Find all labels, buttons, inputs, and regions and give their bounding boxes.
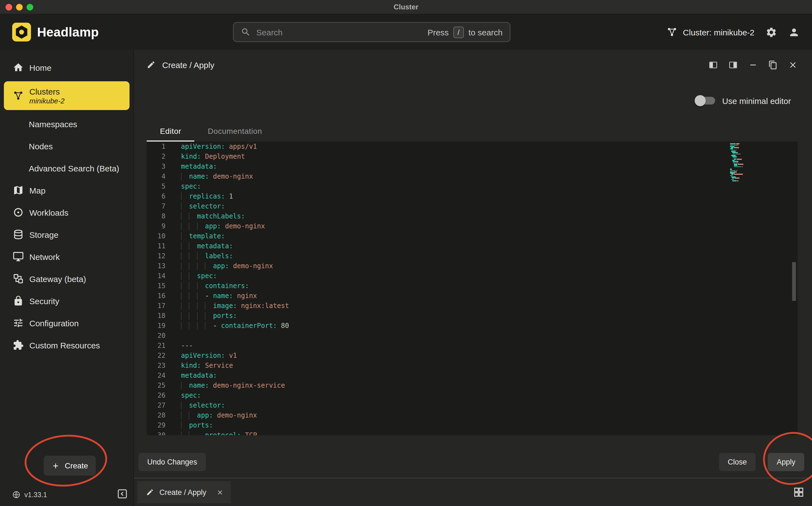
storage-icon <box>13 229 24 240</box>
close-button[interactable]: Close <box>719 453 755 471</box>
app-header: Headlamp Search Press / to search Cluste… <box>0 14 812 50</box>
line-number: 17 <box>147 301 165 311</box>
sidebar-item-storage[interactable]: Storage <box>0 224 133 246</box>
tab-documentation-label: Documentation <box>208 126 262 136</box>
search-input[interactable]: Search Press / to search <box>233 22 510 42</box>
code-line: 16 - name: nginx <box>147 291 798 301</box>
code-line: 21--- <box>147 341 798 351</box>
traffic-light-minimize[interactable] <box>16 4 23 10</box>
code-line: 29 ports: <box>147 420 798 430</box>
sidebar-nav: HomeClustersminikube-2NamespacesNodesAdv… <box>0 50 133 356</box>
sidebar-item-namespaces[interactable]: Namespaces <box>0 113 133 135</box>
sidebar-collapse-icon[interactable] <box>116 488 128 500</box>
minimal-editor-toggle[interactable] <box>696 97 715 104</box>
minimize-icon[interactable] <box>748 60 758 69</box>
line-number: 7 <box>147 201 165 211</box>
code-lines: 1apiVersion: apps/v12kind: Deployment3me… <box>147 142 798 435</box>
main-panel: Create / Apply Use minimal editor Editor… <box>134 50 812 506</box>
bottom-tab-bar: Create / Apply <box>134 478 812 506</box>
code-line: 25 name: demo-nginx-service <box>147 381 798 391</box>
duplicate-window-icon[interactable] <box>768 60 778 69</box>
cluster-chooser-button[interactable]: Cluster: minikube-2 <box>666 26 754 37</box>
line-number: 16 <box>147 291 165 301</box>
sidebar-item-label: Security <box>29 296 59 306</box>
code-line: 17 image: nginx:latest <box>147 301 798 311</box>
grid-view-icon[interactable] <box>793 486 805 498</box>
edit-pencil-icon <box>147 60 155 69</box>
map-icon <box>13 185 24 196</box>
sidebar-item-label: Workloads <box>29 207 68 217</box>
sidebar-item-label: Advanced Search (Beta) <box>29 163 119 173</box>
sidebar-item-label: Storage <box>29 230 58 239</box>
code-line: 10 template: <box>147 231 798 241</box>
sidebar-item-map[interactable]: Map <box>0 179 133 201</box>
code-line: 20 <box>147 331 798 341</box>
code-line: 12 labels: <box>147 251 798 261</box>
edit-pencil-icon <box>146 488 154 496</box>
line-number: 8 <box>147 211 165 221</box>
panel-title-text: Create / Apply <box>162 60 214 69</box>
sidebar-item-network[interactable]: Network <box>0 246 133 268</box>
apply-button[interactable]: Apply <box>768 453 804 471</box>
settings-gear-icon[interactable] <box>765 26 777 38</box>
sidebar-item-label: Namespaces <box>29 119 77 129</box>
sidebar-item-advanced-search-beta[interactable]: Advanced Search (Beta) <box>0 157 133 179</box>
sidebar-item-label: Network <box>29 252 60 261</box>
undo-changes-button[interactable]: Undo Changes <box>138 453 206 471</box>
traffic-light-close[interactable] <box>6 4 12 10</box>
user-account-icon[interactable] <box>788 26 800 38</box>
code-line: 28 app: demo-nginx <box>147 410 798 420</box>
split-view-left-icon[interactable] <box>708 60 718 69</box>
cluster-icon <box>666 26 677 37</box>
dialog-actions: Undo Changes Close Apply <box>138 453 804 471</box>
globe-icon <box>12 491 20 499</box>
create-button[interactable]: Create <box>44 456 96 476</box>
sidebar-item-clusters[interactable]: Clustersminikube-2 <box>4 81 130 110</box>
traffic-light-zoom[interactable] <box>26 4 33 10</box>
network-icon <box>13 251 24 262</box>
sidebar-item-custom-resources[interactable]: Custom Resources <box>0 334 133 356</box>
traffic-lights <box>6 0 33 14</box>
sidebar-item-nodes[interactable]: Nodes <box>0 135 133 157</box>
code-line: 27 selector: <box>147 400 798 410</box>
code-line: 18 ports: <box>147 311 798 321</box>
sidebar-item-workloads[interactable]: Workloads <box>0 201 133 224</box>
editor-scrollbar[interactable] <box>792 262 796 301</box>
close-icon[interactable] <box>788 60 798 69</box>
search-placeholder: Search <box>256 27 422 37</box>
sidebar-item-gateway-beta[interactable]: Gateway (beta) <box>0 268 133 290</box>
editor-minimap[interactable] <box>730 143 791 181</box>
line-number: 18 <box>147 311 165 321</box>
close-icon[interactable] <box>216 489 224 496</box>
line-number: 9 <box>147 221 165 231</box>
code-line: 24metadata: <box>147 370 798 381</box>
code-line: 7 selector: <box>147 201 798 211</box>
extension-icon <box>13 340 24 351</box>
yaml-code-editor[interactable]: 1apiVersion: apps/v12kind: Deployment3me… <box>147 142 798 435</box>
minimal-editor-row: Use minimal editor <box>134 94 791 107</box>
line-number: 22 <box>147 351 165 360</box>
tab-editor-label: Editor <box>160 126 181 136</box>
sidebar-item-configuration[interactable]: Configuration <box>0 312 133 334</box>
app-window: Cluster Headlamp Search Press / to searc… <box>0 0 812 506</box>
sidebar-item-label: Home <box>29 63 52 72</box>
line-number: 3 <box>147 162 165 171</box>
sidebar-item-security[interactable]: Security <box>0 290 133 312</box>
brand-name: Headlamp <box>37 25 99 39</box>
code-line: 6 replicas: 1 <box>147 191 798 201</box>
tab-documentation[interactable]: Documentation <box>195 120 275 142</box>
line-number: 12 <box>147 251 165 261</box>
tab-editor[interactable]: Editor <box>147 120 195 142</box>
code-line: 15 containers: <box>147 281 798 291</box>
line-number: 27 <box>147 400 165 410</box>
code-line: 9 app: demo-nginx <box>147 221 798 231</box>
sidebar-item-home[interactable]: Home <box>0 57 133 79</box>
version-info: v1.33.1 <box>12 491 47 499</box>
split-view-right-icon[interactable] <box>728 60 738 69</box>
sidebar-item-label: Gateway (beta) <box>29 274 86 283</box>
code-line: 23kind: Service <box>147 360 798 370</box>
line-number: 11 <box>147 241 165 251</box>
bottom-tab-create-apply[interactable]: Create / Apply <box>137 481 231 503</box>
line-number: 6 <box>147 191 165 201</box>
code-line: 5spec: <box>147 181 798 191</box>
